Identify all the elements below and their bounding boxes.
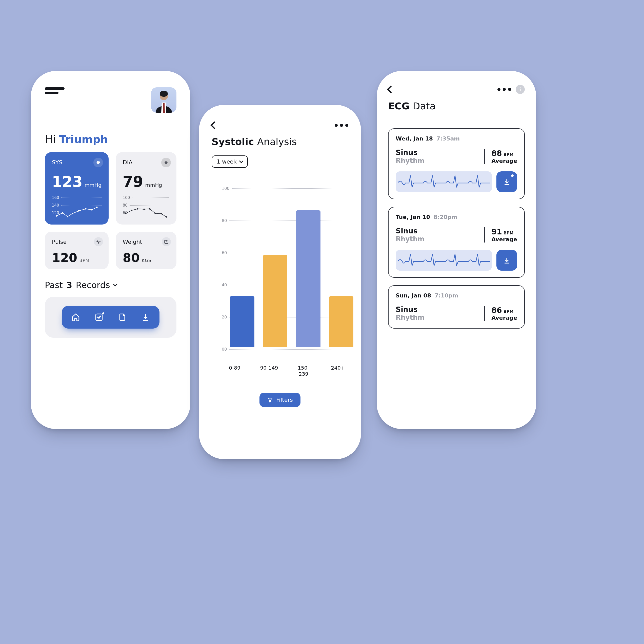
ecg-title: ECG Data [388,100,525,112]
chevron-down-icon [239,159,243,163]
analysis-title: Systolic Analysis [212,136,348,147]
download-button[interactable] [496,250,517,271]
bottom-dock [45,297,176,338]
filters-button[interactable]: Filters [259,393,300,407]
ecg-metric: 91BPM Average [484,227,517,243]
ecg-type: SinusRhythm [396,305,484,322]
tile-sys-value: 123 [52,173,83,190]
bar[interactable] [296,210,320,347]
greeting: Hi Triumph [45,119,176,146]
back-icon[interactable] [210,121,218,129]
ecg-card[interactable]: Tue, Jan 10 8:20pm SinusRhythm 91BPM Ave… [388,207,525,278]
x-tick-label: 0-89 [224,365,245,377]
ecg-type: SinusRhythm [396,227,484,243]
svg-point-6 [85,208,87,210]
nav-download[interactable] [141,313,150,321]
bar[interactable] [263,255,288,347]
filters-label: Filters [276,397,293,403]
tile-pulse-value: 120 [52,251,77,265]
pulse-icon [94,237,103,246]
ecg-datetime: Tue, Jan 10 8:20pm [396,214,517,220]
ecg-metric: 86BPM Average [484,306,517,321]
svg-point-13 [149,208,150,210]
tile-sys-unit: mmHg [85,182,102,188]
ecg-datetime: Sun, Jan 08 7:10pm [396,292,517,299]
svg-point-15 [160,213,162,214]
chevron-down-icon [113,282,117,287]
sparkline-sys [52,205,102,219]
range-label: 1 week [217,158,237,165]
svg-rect-19 [96,314,102,320]
ecg-metric: 88BPM Average [484,149,517,164]
range-selector[interactable]: 1 week [212,155,248,168]
tile-dia[interactable]: DIA 79 mmHg 100 80 60 [116,152,176,225]
back-icon[interactable] [387,85,395,93]
sparkline-dia [123,205,169,219]
greeting-pre: Hi [45,133,59,146]
svg-rect-17 [165,240,168,243]
filter-icon [267,397,273,403]
more-icon[interactable] [497,88,511,91]
avatar[interactable] [151,87,176,113]
svg-point-4 [72,213,73,214]
x-tick-label: 90-149 [259,365,279,377]
svg-point-14 [154,213,156,214]
svg-point-8 [96,207,98,208]
svg-point-1 [56,215,57,217]
preview-canvas: Hi Triumph SYS 123 mmHg 160 140 [0,0,644,644]
ecg-card[interactable]: Wed, Jan 18 7:35am SinusRhythm 88BPM Ave… [388,128,525,199]
tile-weight-unit: KGS [142,258,152,263]
menu-icon[interactable] [45,87,65,94]
scale-icon [162,237,171,246]
tile-weight[interactable]: Weight 80 KGS [116,232,176,269]
records-dropdown[interactable]: Past 3 Records [45,280,176,290]
svg-point-12 [143,209,145,210]
tile-pulse-unit: BPM [79,258,89,263]
download-button[interactable] [496,171,517,192]
ecg-waveform [396,171,492,192]
y-tick: 00 [222,347,348,352]
nav-document[interactable] [118,313,127,321]
svg-point-11 [137,208,138,210]
tile-weight-value: 80 [123,251,140,265]
svg-point-5 [78,210,79,212]
ecg-datetime: Wed, Jan 18 7:35am [396,135,517,142]
device-home: Hi Triumph SYS 123 mmHg 160 140 [31,71,190,429]
dot-indicator [511,174,514,177]
x-axis-labels: 0-8990-149150-239240+ [212,365,348,377]
tile-dia-value: 79 [123,173,143,190]
ecg-waveform [396,250,492,271]
heart-icon [93,158,103,167]
more-icon[interactable] [335,124,348,127]
bar-chart: 1008060402000 [212,186,348,352]
x-tick-label: 150-239 [293,365,314,377]
tile-sys[interactable]: SYS 123 mmHg 160 140 120 [45,152,109,225]
svg-point-9 [125,213,127,214]
dot-indicator [102,312,104,314]
svg-point-2 [62,212,63,214]
tile-dia-unit: mmHg [145,182,162,188]
bar[interactable] [329,296,354,347]
device-analysis: Systolic Analysis 1 week 1008060402000 0… [199,105,361,459]
svg-point-16 [166,216,167,218]
info-icon[interactable]: i [516,85,525,94]
nav-vitals[interactable] [95,313,103,321]
ecg-type: SinusRhythm [396,148,484,165]
bar[interactable] [230,296,254,347]
nav-home[interactable] [71,313,80,321]
svg-point-10 [131,210,132,211]
greeting-name: Triumph [59,133,108,146]
ecg-card[interactable]: Sun, Jan 08 7:10pm SinusRhythm 86BPM Ave… [388,285,525,329]
x-tick-label: 240+ [328,365,348,377]
device-ecg: i ECG Data Wed, Jan 18 7:35am SinusRhyth… [377,71,536,429]
heart-icon [161,158,171,167]
svg-point-3 [67,216,68,217]
tile-pulse[interactable]: Pulse 120 BPM [45,232,109,269]
svg-point-7 [91,209,93,211]
